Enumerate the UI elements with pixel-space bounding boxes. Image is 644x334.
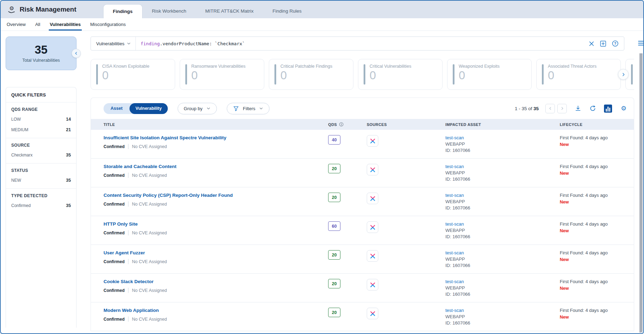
pagination-prev-button[interactable] [545,104,555,113]
finding-title-link[interactable]: Storable and Cacheable Content [104,164,328,169]
query-token-field: finding [140,41,160,46]
asset-id: ID: 1607066 [445,234,560,239]
asset-type: WEBAPP [445,285,560,290]
card-label: Associated Threat Actors [548,64,597,69]
filter-section-title: QDS RANGE [11,107,71,112]
source-checkmarx-chip[interactable] [367,164,378,175]
subnav-vulnerabilities[interactable]: Vulnerabilities [50,18,81,31]
first-found-label: First Found: 4 days ago [560,193,634,198]
source-checkmarx-chip[interactable] [367,250,378,262]
asset-name-link[interactable]: test-scan [445,308,560,313]
pagination-range: 1 - 35 of 35 [515,106,539,111]
asset-name-link[interactable]: test-scan [445,279,560,284]
info-icon[interactable] [339,122,344,127]
cards-scroll-next-button[interactable] [618,69,629,80]
table-row: Insufficient Site Isolation Against Spec… [91,130,634,159]
app-brand: ⚙ Risk Management [7,1,77,18]
cve-label: No CVE Assigned [132,259,167,264]
total-vulnerabilities-card[interactable]: 35 Total Vulnerabilities [6,36,77,70]
add-to-query-icon[interactable] [600,40,606,47]
asset-name-link[interactable]: test-scan [445,164,560,169]
toggle-asset[interactable]: Asset [104,106,130,111]
column-lifecycle[interactable]: LIFECYCLE [560,122,634,127]
status-badge: Confirmed [104,202,125,207]
subnav-all[interactable]: All [35,18,40,31]
card-critical-vulnerabilities[interactable]: Critical Vulnerabilities 0 [358,59,443,90]
lifecycle-state: New [560,171,634,176]
search-help-icon[interactable]: ? [612,40,619,47]
column-sources[interactable]: SOURCES [367,122,445,127]
asset-id: ID: 1607066 [445,320,560,326]
asset-name-link[interactable]: test-scan [445,135,560,140]
first-found-label: First Found: 4 days ago [560,308,634,313]
card-ransomware-vulnerabilities[interactable]: Ransomware Vulnerabilities 0 [180,59,264,90]
cve-label: No CVE Assigned [132,317,167,322]
clear-search-icon[interactable] [589,41,595,47]
filter-item-low[interactable]: LOW 14 [11,114,71,125]
asset-name-link[interactable]: test-scan [445,221,560,227]
pagination-next-button[interactable] [557,104,567,113]
source-checkmarx-chip[interactable] [367,193,378,204]
card-cisa-known-exploitable[interactable]: CISA Known Exploitable 0 [91,59,175,90]
finding-title-link[interactable]: Insufficient Site Isolation Against Spec… [104,135,328,140]
column-title[interactable]: TITLE [104,122,328,127]
menu-hamburger-icon[interactable] [638,40,644,48]
download-button[interactable] [575,105,582,112]
search-scope-dropdown[interactable]: Vulnerabilities [91,37,136,50]
asset-name-link[interactable]: test-scan [445,250,560,255]
lifecycle-state: New [560,228,634,233]
findings-subnav: Overview All Vulnerabilities Misconfigur… [1,18,643,31]
card-accent-bar [631,64,633,85]
pagination-total: 35 [533,106,539,111]
toggle-vulnerability[interactable]: Vulnerability [130,103,168,114]
source-checkmarx-chip[interactable] [367,279,378,290]
card-associated-threat-actors[interactable]: Associated Threat Actors 0 [536,59,621,90]
card-weaponized-exploits[interactable]: Weaponized Exploits 0 [447,59,532,90]
search-query-input[interactable]: finding.vendorProductName: `Checkmarx` [140,41,589,46]
filter-item-medium[interactable]: MEDIUM 21 [11,125,71,135]
card-critical-patchable-findings[interactable]: Critical Patchable Findings 0 [269,59,353,90]
table-row: HTTP Only Site ConfirmedNo CVE Assigned … [91,216,634,245]
cve-label: No CVE Assigned [132,231,167,235]
group-by-dropdown[interactable]: Group by [178,103,217,114]
tab-findings[interactable]: Findings [103,4,142,18]
chevron-down-icon [259,106,263,111]
source-checkmarx-chip[interactable] [367,221,378,233]
filters-dropdown[interactable]: Filters [227,103,270,114]
sidebar-collapse-button[interactable] [72,49,81,58]
checkmarx-icon [370,253,376,259]
filter-item-new[interactable]: NEW 35 [11,175,71,186]
card-accent-bar [185,64,187,85]
finding-title-link[interactable]: Cookie Slack Detector [104,279,328,284]
asset-id: ID: 1607066 [445,176,560,182]
status-badge: Confirmed [104,173,125,178]
chevron-left-icon [74,51,78,55]
finding-title-link[interactable]: HTTP Only Site [104,221,328,227]
qds-score-badge: 40 [328,135,340,145]
finding-title-link[interactable]: Content Security Policy (CSP) Report-Onl… [104,193,328,198]
filter-label: LOW [11,117,21,122]
filter-item-confirmed[interactable]: Confirmed 35 [11,200,71,211]
tab-finding-rules[interactable]: Finding Rules [263,4,311,18]
asset-name-link[interactable]: test-scan [445,193,560,198]
source-checkmarx-chip[interactable] [367,308,378,319]
table-row: Modern Web Application ConfirmedNo CVE A… [91,302,634,331]
source-checkmarx-chip[interactable] [367,135,378,147]
column-qds[interactable]: QDS [328,122,367,127]
filter-section-type-detected: TYPE DETECTED Confirmed 35 [6,189,76,214]
query-search-bar: Vulnerabilities finding.vendorProductNam… [91,36,624,51]
column-impacted-asset[interactable]: IMPACTED ASSET [445,122,560,127]
chart-view-button[interactable] [604,105,612,113]
qds-score-badge: 20 [328,279,340,288]
finding-title-link[interactable]: Modern Web Application [104,308,328,313]
tab-risk-workbench[interactable]: Risk Workbench [142,4,196,18]
finding-title-link[interactable]: User Agent Fuzzer [104,250,328,255]
subnav-overview[interactable]: Overview [7,18,26,31]
card-label: CISA Known Exploitable [102,64,150,69]
refresh-button[interactable] [589,105,596,112]
tab-mitre-attack-matrix[interactable]: MITRE ATT&CK Matrix [196,4,263,18]
subnav-misconfigurations[interactable]: Misconfigurations [90,18,126,31]
settings-button[interactable]: ⚙ [620,105,628,112]
vertical-scrollbar[interactable] [639,53,643,333]
filter-item-checkmarx[interactable]: Checkmarx 35 [11,150,71,160]
